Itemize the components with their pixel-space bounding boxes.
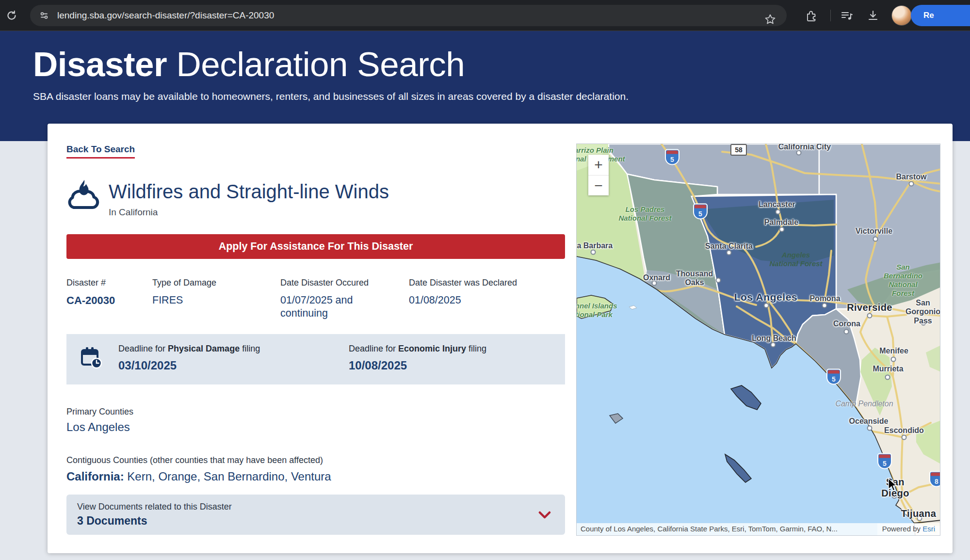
city-marker (885, 375, 890, 380)
mouse-cursor (887, 478, 899, 494)
site-settings-icon[interactable] (39, 10, 49, 21)
field-disaster-number: Disaster # CA-20030 (66, 278, 115, 307)
deadline-economic: Deadline for Economic Injury filing 10/0… (349, 344, 486, 372)
route-shield-icon: 5 (877, 453, 892, 469)
map-city-label: Oceanside (849, 417, 889, 426)
route-shield-icon: 5 (665, 149, 679, 165)
extensions-icon[interactable] (801, 6, 821, 25)
disaster-location: In California (109, 207, 158, 218)
field-date-occurred: Date Disaster Occured 01/07/2025 and con… (280, 278, 385, 320)
map-area-label: San Bernardino National Forest (884, 263, 922, 298)
documents-count: 3 Documents (77, 514, 147, 528)
deadline-physical-date: 03/10/2025 (118, 359, 260, 372)
city-marker (902, 435, 907, 440)
browser-toolbar: lending.sba.gov/search-disaster/?disaste… (0, 0, 970, 31)
profile-avatar[interactable] (891, 5, 912, 26)
map-attribution: County of Los Angeles, California State … (577, 523, 940, 535)
wildfire-cloud-icon (66, 180, 101, 213)
contiguous-counties-value: California: Kern, Orange, San Bernardino… (66, 470, 331, 483)
city-marker (873, 237, 878, 242)
map-city-label: Santa Clarita (705, 242, 753, 251)
calendar-clock-icon (80, 347, 102, 371)
url-text: lending.sba.gov/search-disaster/?disaste… (57, 10, 274, 21)
map-labels-layer: Santa BarbaraOxnardThousand OaksSanta Cl… (577, 144, 940, 535)
route-shield-icon: 8 (929, 471, 940, 487)
map-city-label: San Gorgonio Pass (905, 299, 940, 325)
deadline-physical: Deadline for Physical Damage filing 03/1… (118, 344, 260, 372)
map-city-label: Thousand Oaks (676, 270, 713, 288)
route-shield-icon: 5 (693, 204, 708, 220)
documents-label: View Documents related to this Disaster (77, 502, 232, 512)
map-city-label: Murrieta (873, 365, 903, 373)
city-marker (822, 303, 827, 308)
map-city-label: Escondido (884, 426, 924, 435)
map-zoom-controls: + − (588, 155, 609, 195)
map-city-label: Barstow (896, 173, 926, 181)
city-marker (867, 313, 873, 319)
map-area-label: Channel Islands National Park (576, 302, 617, 319)
city-marker (776, 209, 781, 215)
map-area-label: Camp Pendleton (835, 399, 893, 408)
deadline-economic-date: 10/08/2025 (349, 359, 486, 372)
field-date-declared: Date Disaster was Declared 01/08/2025 (409, 278, 517, 307)
map-city-label: Pomona (809, 294, 840, 303)
attribution-sources: County of Los Angeles, California State … (577, 523, 877, 535)
city-marker (867, 426, 873, 431)
toolbar-separator (830, 10, 831, 21)
map-city-label: Menifee (879, 347, 908, 355)
map-area-label: Angeles National Forest (769, 251, 822, 268)
page-subtitle: SBA disaster loans may be available to h… (33, 91, 970, 102)
map-city-label: Riverside (847, 302, 892, 313)
route-shield-icon: 5 (826, 369, 841, 385)
city-marker (909, 181, 914, 187)
map-city-label: Long Beach (752, 334, 796, 343)
primary-counties-value: Los Angeles (66, 420, 130, 434)
bookmark-star-icon[interactable] (760, 10, 780, 29)
contiguous-counties-label: Contiguous Counties (other counties that… (66, 455, 323, 465)
map-city-label: Oxnard (643, 273, 670, 282)
map-city-label: Lancaster (759, 200, 795, 209)
map-city-label: Los Angeles (734, 291, 798, 303)
city-marker (891, 357, 896, 362)
zoom-out-button[interactable]: − (588, 175, 609, 195)
documents-accordion[interactable]: View Documents related to this Disaster … (66, 495, 565, 535)
profile-button[interactable]: Re (911, 5, 970, 26)
esri-link[interactable]: Esri (922, 525, 935, 533)
download-icon[interactable] (863, 6, 883, 25)
apply-assistance-button[interactable]: Apply For Assistance For This Disaster (66, 234, 565, 259)
address-bar[interactable]: lending.sba.gov/search-disaster/?disaste… (30, 5, 787, 26)
disaster-detail-card: Back To Search Wildfires and Straight-li… (48, 124, 953, 553)
city-marker (764, 303, 769, 308)
back-to-search-link[interactable]: Back To Search (66, 144, 135, 159)
field-damage-type: Type of Damage FIRES (152, 278, 216, 307)
disaster-map[interactable]: Santa BarbaraOxnardThousand OaksSanta Cl… (576, 144, 940, 536)
map-city-label: Palmdale (764, 218, 798, 227)
map-city-label: Corona (833, 320, 860, 328)
media-queue-icon[interactable] (837, 6, 857, 25)
disaster-title: Wildfires and Straight-line Winds (109, 181, 389, 203)
route-shield-icon: 58 (730, 144, 747, 156)
chevron-down-icon (538, 511, 551, 522)
map-city-label: Santa Barbara (576, 241, 613, 250)
reload-button[interactable] (2, 6, 21, 25)
powered-by: Powered by Esri (877, 523, 940, 535)
city-marker (844, 329, 849, 335)
map-area-label: Los Padres National Forest (618, 205, 671, 223)
primary-counties-label: Primary Counties (66, 407, 133, 417)
map-city-label: Victorville (856, 227, 892, 236)
map-city-label: Tijuana (901, 508, 936, 519)
city-marker (716, 278, 721, 283)
map-city-label: California City (778, 144, 831, 151)
city-marker (779, 227, 785, 232)
zoom-in-button[interactable]: + (588, 155, 609, 175)
page-title: Disaster Declaration Search (33, 45, 970, 84)
deadlines-panel: Deadline for Physical Damage filing 03/1… (66, 334, 565, 384)
